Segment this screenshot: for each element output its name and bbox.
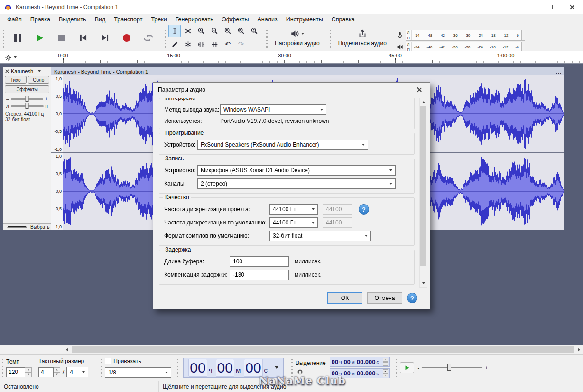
sel-end-up-button[interactable] — [383, 369, 388, 373]
sel-start-down-button[interactable] — [383, 362, 388, 366]
menu-generate[interactable]: Генерировать — [171, 15, 218, 24]
draw-tool-button[interactable] — [168, 38, 181, 50]
tempo-value-input[interactable] — [6, 367, 25, 377]
maximize-button[interactable] — [539, 0, 561, 14]
timesig-upper-value[interactable] — [38, 367, 54, 377]
menu-tracks[interactable]: Треки — [147, 15, 171, 24]
pan-slider[interactable]: л п — [6, 103, 48, 109]
horizontal-scrollbar[interactable] — [0, 345, 583, 354]
gain-slider-track[interactable] — [11, 98, 44, 100]
share-audio-button[interactable]: Поделиться аудио — [333, 27, 391, 49]
sel-start-up-button[interactable] — [383, 358, 388, 362]
vertical-ruler[interactable]: 1,00,50,0-0,5-1,0 1,00,50,0-0,5-1,0 — [51, 75, 63, 230]
play-at-speed-button[interactable] — [400, 362, 414, 373]
skip-to-start-button[interactable] — [73, 28, 93, 48]
menu-select[interactable]: Выделить — [55, 15, 91, 24]
undo-button[interactable]: ↶ — [222, 38, 234, 50]
clip-title-bar[interactable]: Karunesh - Beyond Time - Compilation 1 .… — [51, 67, 564, 75]
timesig-down-button[interactable] — [54, 373, 60, 377]
buffer-length-input[interactable] — [230, 256, 289, 267]
playback-device-combobox[interactable]: FxSound Speakers (FxSound Audio Enhancer… — [197, 140, 368, 150]
mute-button[interactable]: Тихо — [5, 76, 27, 84]
hscroll-thumb[interactable] — [72, 346, 574, 353]
stop-button[interactable] — [51, 28, 71, 48]
menu-tools[interactable]: Инструменты — [282, 15, 327, 24]
zoom-selection-button[interactable] — [222, 25, 234, 37]
tempo-up-button[interactable] — [25, 368, 31, 373]
clip-menu-button[interactable]: ... — [556, 69, 562, 75]
recording-device-combobox[interactable]: Микрофон (ASUS Xonar D1 Audio Device) — [197, 165, 396, 176]
track-close-icon[interactable] — [5, 69, 9, 73]
project-rate-combobox[interactable]: 44100 Гц — [269, 204, 318, 215]
scroll-down-button[interactable] — [420, 280, 427, 287]
time-format-menu-icon[interactable] — [275, 366, 278, 369]
time-ruler[interactable]: 0:00 15:00 30:00 45:00 1:00:00 — [0, 51, 583, 63]
pause-button[interactable] — [8, 28, 28, 48]
menu-effects[interactable]: Эффекты — [218, 15, 253, 24]
menu-help[interactable]: Справка — [327, 15, 359, 24]
scroll-right-button[interactable] — [575, 345, 583, 354]
close-button[interactable] — [561, 0, 583, 14]
zoom-out-button[interactable] — [208, 25, 221, 37]
sample-format-combobox[interactable]: 32-бит float — [269, 231, 371, 241]
loop-button[interactable] — [139, 28, 158, 48]
speed-slider-thumb[interactable] — [447, 364, 451, 371]
effects-button[interactable]: Эффекты — [5, 85, 49, 93]
speed-slider-track[interactable] — [422, 367, 482, 368]
sel-end-down-button[interactable] — [383, 373, 388, 377]
menu-transport[interactable]: Транспорт — [110, 15, 147, 24]
tempo-input[interactable] — [6, 367, 32, 377]
snap-checkbox[interactable]: Привязать — [105, 358, 171, 364]
dialog-help-button[interactable]: ? — [407, 293, 417, 303]
record-button[interactable] — [117, 28, 137, 48]
selection-start-time[interactable]: 00ч 00м 00.000с — [330, 357, 390, 367]
gain-slider[interactable]: – + — [6, 96, 48, 102]
menu-analyze[interactable]: Анализ — [253, 15, 282, 24]
speed-slider[interactable]: - + — [418, 365, 488, 371]
envelope-tool-button[interactable] — [182, 25, 194, 37]
collapse-track-icon[interactable] — [7, 226, 27, 227]
menu-edit[interactable]: Правка — [26, 15, 55, 24]
scroll-left-button[interactable] — [63, 345, 71, 354]
default-rate-combobox[interactable]: 44100 Гц — [269, 217, 318, 228]
timesig-lower-combobox[interactable]: 4 — [66, 367, 88, 377]
scroll-up-button[interactable] — [420, 98, 427, 106]
zoom-toggle-button[interactable] — [248, 25, 260, 37]
audio-setup-button[interactable]: Настройки аудио — [270, 27, 324, 49]
selection-tool-button[interactable] — [168, 25, 181, 37]
play-button[interactable] — [29, 28, 49, 48]
track-name[interactable]: Karunesh - — [11, 68, 37, 74]
multi-tool-button[interactable] — [182, 38, 194, 50]
gain-slider-thumb[interactable] — [25, 96, 28, 102]
time-display[interactable]: 00ч 00м 00с — [183, 358, 284, 378]
pan-slider-thumb[interactable] — [26, 103, 29, 109]
zoom-in-button[interactable] — [195, 25, 207, 37]
redo-button[interactable]: ↷ — [235, 38, 247, 50]
dialog-scrollbar[interactable] — [419, 98, 427, 288]
recording-meter[interactable]: ЛП -54-48-42-36-30-24-18-12-6 — [396, 30, 525, 41]
project-rate-help-button[interactable]: ? — [359, 204, 369, 215]
selection-options-gear-icon[interactable] — [296, 368, 304, 375]
pan-slider-track[interactable] — [11, 105, 44, 107]
timeline-options-button[interactable] — [5, 53, 17, 62]
silence-audio-button[interactable] — [208, 38, 221, 50]
timesig-up-button[interactable] — [54, 368, 60, 373]
snap-interval-combobox[interactable]: 1/8 — [105, 367, 171, 378]
trim-audio-button[interactable] — [195, 38, 207, 50]
menu-view[interactable]: Вид — [91, 15, 110, 24]
solo-button[interactable]: Соло — [28, 76, 50, 84]
selection-end-time[interactable]: 00ч 00м 00.000с — [330, 368, 390, 378]
channels-combobox[interactable]: 2 (стерео) — [197, 178, 396, 189]
minimize-button[interactable] — [518, 0, 539, 14]
cancel-button[interactable]: Отмена — [367, 292, 402, 304]
dialog-titlebar[interactable]: Параметры аудио — [153, 83, 430, 97]
host-combobox[interactable]: Windows WASAPI — [220, 104, 326, 115]
ok-button[interactable]: ОК — [327, 292, 362, 304]
dialog-close-button[interactable] — [408, 83, 430, 97]
skip-to-end-button[interactable] — [95, 28, 115, 48]
tempo-down-button[interactable] — [25, 373, 31, 377]
select-track-button[interactable]: Выбрать — [29, 224, 51, 230]
zoom-fit-button[interactable] — [235, 25, 247, 37]
menu-file[interactable]: Файл — [3, 15, 26, 24]
track-menu-icon[interactable] — [38, 70, 41, 72]
